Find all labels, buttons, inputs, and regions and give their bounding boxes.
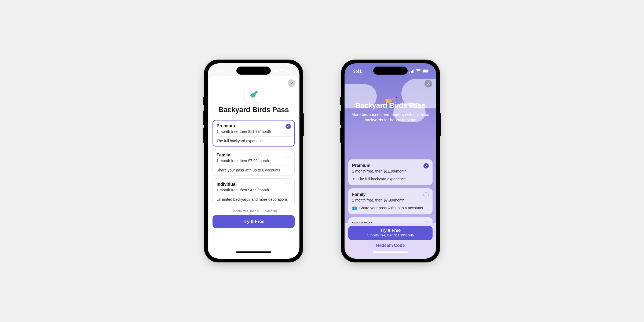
close-button[interactable]: ✕ bbox=[425, 80, 432, 87]
battery-icon bbox=[422, 69, 429, 74]
close-icon: ✕ bbox=[427, 81, 430, 86]
status-time: 9:41 bbox=[216, 69, 225, 74]
plan-option-premium[interactable]: Premium 1 month free, then $11.99/month … bbox=[213, 120, 295, 147]
cta-block: 1 month free, then $11.99/month Try It F… bbox=[213, 209, 295, 236]
redeem-code-link[interactable]: Redeem Code bbox=[348, 243, 433, 248]
svg-rect-0 bbox=[273, 72, 273, 73]
app-icon bbox=[245, 85, 262, 103]
svg-rect-10 bbox=[414, 69, 414, 73]
home-indicator[interactable] bbox=[373, 251, 408, 253]
divider bbox=[217, 166, 291, 166]
radio-unchecked-icon bbox=[423, 192, 429, 197]
cellular-icon bbox=[409, 69, 414, 74]
wifi-icon bbox=[416, 69, 421, 74]
svg-rect-6 bbox=[292, 70, 292, 72]
screen: 9:41 ✕ bbox=[208, 63, 299, 259]
bottom-dock: Try It Free 1 month free, then $11.99/mo… bbox=[345, 223, 436, 259]
plan-price: 1 month free, then $11.99/month bbox=[217, 129, 291, 134]
svg-rect-13 bbox=[429, 70, 429, 72]
status-icons bbox=[273, 69, 292, 74]
plan-price: 1 month free, then $4.99/month bbox=[217, 188, 291, 192]
bird-icon: ✦ bbox=[352, 177, 356, 181]
wifi-icon bbox=[279, 69, 284, 74]
plan-desc: Share your pass with up to 6 accounts bbox=[359, 206, 423, 210]
plan-option-family[interactable]: Family 1 month free, then $7.99/month 👥 … bbox=[348, 188, 433, 214]
phone-purple: 9:41 ✕ bbox=[341, 60, 440, 262]
cta-subnote: 1 month free, then $11.99/month bbox=[367, 233, 414, 237]
svg-rect-2 bbox=[275, 70, 276, 73]
side-button bbox=[203, 97, 204, 105]
svg-rect-12 bbox=[423, 70, 428, 72]
try-free-button[interactable]: Try It Free bbox=[213, 215, 295, 228]
plan-name: Premium bbox=[217, 123, 291, 128]
plan-option-family[interactable]: Family 1 month free, then $7.99/month Sh… bbox=[213, 149, 295, 176]
svg-rect-5 bbox=[286, 70, 291, 72]
status-icons bbox=[409, 69, 429, 74]
status-time: 9:41 bbox=[353, 69, 362, 74]
svg-rect-9 bbox=[412, 70, 413, 73]
plan-desc: Unlimited backyards and more decorations bbox=[217, 197, 291, 202]
plan-name: Family bbox=[352, 192, 429, 197]
side-button bbox=[440, 113, 441, 136]
side-button bbox=[340, 128, 341, 143]
paywall-subtitle: More birdhouses and feeders with unlimit… bbox=[350, 112, 431, 123]
hummingbird-icon bbox=[248, 88, 259, 100]
side-button bbox=[340, 111, 341, 125]
plan-name: Premium bbox=[352, 163, 429, 168]
plan-list: Premium 1 month free, then $11.99/month … bbox=[345, 130, 436, 229]
cta-label: Try It Free bbox=[380, 228, 401, 233]
status-bar: 9:41 bbox=[345, 63, 436, 76]
plan-desc: The full backyard experience bbox=[358, 177, 406, 181]
radio-unchecked-icon bbox=[286, 153, 291, 158]
home-indicator[interactable] bbox=[236, 251, 271, 253]
side-button bbox=[203, 111, 204, 125]
paywall-sheet: ✕ Backyard Birds Pass Premium 1 month fr… bbox=[209, 76, 298, 259]
battery-icon bbox=[286, 69, 292, 74]
divider bbox=[217, 195, 291, 195]
screen: 9:41 ✕ bbox=[345, 63, 436, 259]
cta-subnote: 1 month free, then $11.99/month bbox=[213, 209, 295, 213]
people-icon: 👥 bbox=[352, 206, 357, 210]
side-button bbox=[303, 113, 304, 136]
svg-rect-8 bbox=[411, 71, 412, 73]
plan-price: 1 month free, then $11.99/month bbox=[352, 169, 429, 173]
paywall-title: Backyard Birds Pass bbox=[350, 101, 431, 110]
radio-checked-icon bbox=[423, 163, 429, 169]
side-button bbox=[340, 97, 341, 105]
plan-option-premium[interactable]: Premium 1 month free, then $11.99/month … bbox=[348, 159, 433, 185]
plan-desc: The full backyard experience bbox=[217, 139, 291, 143]
close-icon: ✕ bbox=[290, 81, 293, 86]
plan-price: 1 month free, then $7.99/month bbox=[352, 198, 429, 202]
svg-rect-1 bbox=[274, 71, 275, 73]
hero: Backyard Birds Pass More birdhouses and … bbox=[345, 76, 436, 130]
plan-option-individual[interactable]: Individual 1 month free, then $4.99/mont… bbox=[213, 178, 295, 205]
plan-price: 1 month free, then $7.99/month bbox=[217, 159, 291, 163]
close-button[interactable]: ✕ bbox=[288, 79, 295, 87]
divider bbox=[217, 136, 291, 137]
plan-name: Family bbox=[217, 153, 291, 158]
phone-light: 9:41 ✕ bbox=[204, 60, 303, 262]
radio-checked-icon bbox=[286, 124, 291, 129]
paywall-title: Backyard Birds Pass bbox=[213, 106, 295, 114]
status-bar: 9:41 bbox=[208, 63, 299, 76]
side-button bbox=[203, 128, 204, 143]
svg-rect-7 bbox=[409, 72, 410, 73]
svg-rect-3 bbox=[277, 69, 277, 73]
cellular-icon bbox=[273, 69, 277, 74]
plan-name: Individual bbox=[217, 182, 291, 187]
plan-desc: Share your pass with up to 6 accounts bbox=[217, 168, 291, 172]
radio-unchecked-icon bbox=[286, 182, 291, 187]
try-free-button[interactable]: Try It Free 1 month free, then $11.99/mo… bbox=[348, 226, 433, 240]
